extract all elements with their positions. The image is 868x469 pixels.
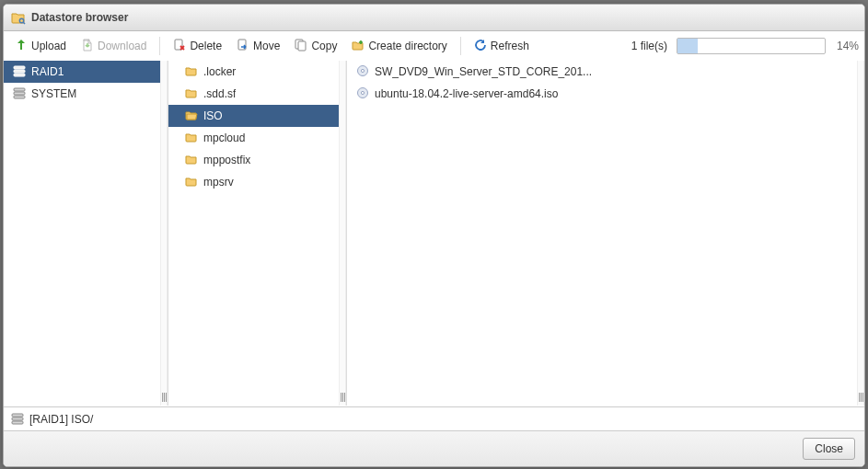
folder-item-label: ISO: [203, 109, 223, 122]
toolbar-separator: [159, 37, 160, 55]
file-item[interactable]: SW_DVD9_Win_Server_STD_CORE_201...: [347, 61, 857, 83]
pane-splitter[interactable]: |||: [857, 61, 864, 406]
folder-item-label: mpcloud: [203, 132, 245, 144]
datastore-icon: [11, 412, 24, 428]
datastore-browser-window: Datastore browser Upload Download Delete: [3, 4, 865, 467]
file-item[interactable]: ubuntu-18.04.2-live-server-amd64.iso: [347, 83, 857, 105]
svg-rect-18: [12, 421, 23, 424]
svg-rect-7: [14, 70, 25, 73]
file-item-label: SW_DVD9_Win_Server_STD_CORE_201...: [375, 65, 592, 78]
folder-icon: [185, 153, 198, 168]
upload-button[interactable]: Upload: [9, 36, 72, 57]
folder-pane: .locker.sdd.sfISOmpcloudmppostfixmpsrv: [168, 61, 339, 406]
folder-icon: [185, 64, 198, 80]
refresh-icon: [474, 39, 487, 54]
move-button[interactable]: Move: [231, 36, 285, 57]
download-label: Download: [98, 40, 146, 52]
datastore-icon: [13, 64, 26, 80]
datastore-item[interactable]: RAID1: [4, 61, 160, 83]
folder-item[interactable]: mpsrv: [168, 171, 339, 193]
svg-rect-16: [12, 414, 23, 417]
create-directory-button[interactable]: Create directory: [346, 36, 452, 57]
move-label: Move: [253, 40, 280, 52]
datastore-icon: [13, 86, 26, 102]
datastore-pane: RAID1SYSTEM: [4, 61, 160, 406]
toolbar-separator: [460, 37, 461, 55]
folder-item[interactable]: ISO: [168, 105, 339, 127]
download-button: Download: [75, 36, 152, 57]
folder-item[interactable]: mppostfix: [168, 149, 339, 171]
svg-rect-10: [14, 92, 25, 95]
path-bar: [RAID1] ISO/: [4, 406, 864, 431]
create-directory-label: Create directory: [368, 40, 446, 52]
folder-icon: [185, 175, 198, 190]
folder-item-label: mpsrv: [203, 176, 234, 189]
folder-item[interactable]: .sdd.sf: [168, 83, 339, 105]
folder-item[interactable]: mpcloud: [168, 127, 339, 149]
datastore-item[interactable]: SYSTEM: [4, 83, 160, 105]
svg-point-15: [361, 91, 364, 94]
svg-rect-5: [298, 41, 306, 51]
copy-icon: [295, 39, 307, 54]
create-directory-icon: [352, 39, 365, 54]
svg-rect-8: [14, 74, 25, 76]
file-count: 1 file(s): [631, 40, 673, 52]
path-label: [RAID1] ISO/: [29, 413, 93, 426]
folder-icon: [185, 131, 198, 146]
datastore-item-label: RAID1: [31, 65, 64, 78]
svg-rect-17: [12, 418, 23, 420]
pane-splitter[interactable]: |||: [160, 61, 168, 406]
refresh-label: Refresh: [491, 40, 529, 52]
window-title: Datastore browser: [31, 11, 128, 24]
svg-rect-6: [14, 66, 25, 69]
close-button[interactable]: Close: [803, 438, 855, 460]
titlebar: Datastore browser: [4, 5, 864, 31]
file-pane: SW_DVD9_Win_Server_STD_CORE_201...ubuntu…: [346, 61, 857, 406]
disc-icon: [356, 86, 369, 102]
svg-line-1: [23, 22, 25, 24]
move-icon: [237, 39, 249, 54]
folder-icon: [185, 86, 198, 102]
folder-item-label: mppostfix: [203, 154, 250, 166]
pane-splitter[interactable]: |||: [339, 61, 346, 406]
delete-button[interactable]: Delete: [168, 36, 227, 57]
svg-rect-9: [14, 88, 25, 91]
datastore-browser-icon: [11, 10, 26, 25]
folder-item-label: .sdd.sf: [203, 87, 236, 100]
copy-button[interactable]: Copy: [289, 36, 342, 57]
delete-label: Delete: [190, 40, 222, 52]
toolbar: Upload Download Delete Move Copy: [4, 31, 864, 62]
folder-item-label: .locker: [203, 65, 236, 78]
upload-progress-percent: 14%: [829, 40, 859, 52]
footer: Close: [4, 430, 864, 466]
upload-progress-fill: [677, 39, 698, 53]
content-area: RAID1SYSTEM ||| .locker.sdd.sfISOmpcloud…: [4, 61, 864, 406]
upload-progress-bar: [677, 38, 826, 54]
refresh-button[interactable]: Refresh: [469, 36, 535, 57]
svg-point-13: [361, 69, 364, 72]
delete-icon: [173, 39, 186, 54]
svg-rect-11: [14, 96, 25, 98]
upload-icon: [15, 39, 28, 54]
file-item-label: ubuntu-18.04.2-live-server-amd64.iso: [375, 87, 558, 100]
datastore-item-label: SYSTEM: [31, 87, 76, 100]
disc-icon: [356, 64, 369, 80]
folder-item[interactable]: .locker: [168, 61, 339, 83]
upload-label: Upload: [31, 40, 66, 52]
copy-label: Copy: [311, 40, 337, 52]
download-icon: [81, 39, 94, 54]
folder-icon: [185, 109, 198, 124]
